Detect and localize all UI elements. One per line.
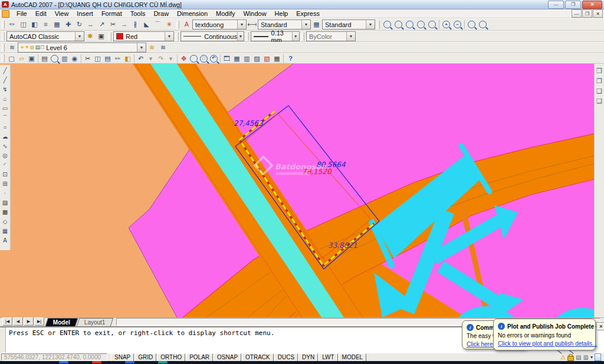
toolbar-grip[interactable] xyxy=(2,32,5,41)
markup-set-manager-icon[interactable]: ▧ xyxy=(262,54,272,64)
move-tool-icon[interactable]: ✚ xyxy=(63,19,74,29)
stretch-tool-icon[interactable]: ↗ xyxy=(96,19,107,29)
gradient-tool-icon[interactable]: ▩ xyxy=(1,208,10,217)
layer-on-bulb-icon[interactable]: ● xyxy=(21,45,24,50)
chamfer-tool-icon[interactable]: ◣ xyxy=(141,19,152,29)
paste-icon[interactable]: ▤ xyxy=(103,54,113,64)
zoom-dynamic-icon[interactable] xyxy=(393,19,404,29)
tab-last-icon[interactable]: ▶| xyxy=(34,317,44,326)
tray-settings-arrow-icon[interactable]: ▾ xyxy=(590,355,593,360)
menu-dimension[interactable]: Dimension xyxy=(173,9,212,18)
color-combobox[interactable]: Red ▼ xyxy=(113,31,174,41)
erase-tool-icon[interactable]: ✏ xyxy=(6,19,18,29)
break-tool-icon[interactable]: ∦ xyxy=(130,19,141,29)
redo-dropdown-icon[interactable]: ▾ xyxy=(166,54,176,64)
command-history[interactable]: Press ESC or ENTER to exit, or right-cli… xyxy=(6,327,277,353)
sheet-set-manager-icon[interactable]: ▨ xyxy=(252,54,262,64)
toggle-osnap[interactable]: OSNAP xyxy=(214,353,241,362)
tool-palettes-icon[interactable]: ▥ xyxy=(242,54,252,64)
array-tool-icon[interactable]: ▦ xyxy=(51,19,63,29)
coordinates-readout[interactable]: 575546.0327, 1221302.4740, 0.0000 xyxy=(1,353,107,361)
menu-view[interactable]: View xyxy=(51,9,73,18)
toolbar-grip[interactable] xyxy=(246,32,249,41)
tab-next-icon[interactable]: ▶ xyxy=(24,317,34,326)
send-under-objects-icon[interactable]: ❏ xyxy=(595,96,604,106)
send-to-back-icon[interactable]: ❐ xyxy=(595,76,604,86)
tab-layout1[interactable]: Layout1 xyxy=(77,318,113,326)
layer-properties-icon[interactable]: ≋ xyxy=(6,42,18,53)
hyperlink-icon[interactable]: ◉ xyxy=(70,54,80,64)
menu-format[interactable]: Format xyxy=(97,9,126,18)
toggle-ducs[interactable]: DUCS xyxy=(274,353,298,362)
plot-style-combobox[interactable]: ByColor ▼ xyxy=(306,31,356,41)
bring-above-objects-icon[interactable]: ❑ xyxy=(595,86,604,96)
toolbar-grip[interactable] xyxy=(176,32,179,41)
menu-insert[interactable]: Insert xyxy=(73,9,97,18)
undo-dropdown-icon[interactable]: ▾ xyxy=(146,54,156,64)
table-tool-icon[interactable]: ▦ xyxy=(1,227,10,236)
toggle-lwt[interactable]: LWT xyxy=(319,353,337,362)
drawing-canvas[interactable]: 27,4563 80,5664 78,1520 33,8821 Batdongs… xyxy=(0,64,604,317)
menu-window[interactable]: Window xyxy=(239,9,270,18)
toolbar-lock-icon[interactable] xyxy=(567,356,574,361)
toggle-model[interactable]: MODEL xyxy=(339,353,367,362)
open-file-icon[interactable]: ▱ xyxy=(17,54,27,64)
balloon-close-icon[interactable]: ✕ xyxy=(596,322,604,330)
chevron-down-icon[interactable]: ▼ xyxy=(301,20,310,29)
plot-icon[interactable]: ▤ xyxy=(40,54,50,64)
zoom-extents-icon[interactable] xyxy=(477,19,488,29)
validate-dwg-icon[interactable]: ▤ xyxy=(576,354,581,360)
my-workspace-icon[interactable]: ▣ xyxy=(96,31,107,41)
toolbar-grip[interactable] xyxy=(2,54,5,63)
taskbar-item[interactable] xyxy=(158,361,168,363)
tab-first-icon[interactable]: |◀ xyxy=(2,317,12,326)
chevron-down-icon[interactable]: ▼ xyxy=(237,32,244,41)
menu-help[interactable]: Help xyxy=(271,9,293,18)
zoom-previous-icon[interactable]: ↶ xyxy=(209,54,219,64)
zoom-center-icon[interactable] xyxy=(415,19,426,29)
line-tool-icon[interactable]: ╱ xyxy=(1,66,10,76)
mdi-minimize-button[interactable]: — xyxy=(572,9,582,18)
new-file-icon[interactable]: ▢ xyxy=(6,54,17,64)
ellipse-tool-icon[interactable]: ◎ xyxy=(1,151,10,160)
menu-edit[interactable]: Edit xyxy=(31,9,51,18)
menu-draw[interactable]: Draw xyxy=(149,9,173,18)
restore-button[interactable]: ❐ xyxy=(565,1,581,9)
chevron-down-icon[interactable]: ▼ xyxy=(237,20,246,29)
text-style-combobox[interactable]: textduong ▼ xyxy=(192,19,247,29)
zoom-in-icon[interactable]: + xyxy=(441,19,452,29)
construction-line-tool-icon[interactable]: ╱ xyxy=(1,76,10,85)
trim-tool-icon[interactable]: ✂ xyxy=(107,19,119,29)
polygon-tool-icon[interactable]: ⌂ xyxy=(1,94,10,104)
extend-tool-icon[interactable]: → xyxy=(119,19,130,29)
toolbar-grip[interactable] xyxy=(2,21,5,29)
polyline-tool-icon[interactable]: ↯ xyxy=(1,85,10,94)
plot-preview-icon[interactable] xyxy=(50,54,60,64)
make-layer-current-icon[interactable]: ≋ xyxy=(146,42,157,53)
chevron-down-icon[interactable]: ▼ xyxy=(366,20,375,29)
chevron-down-icon[interactable]: ▼ xyxy=(292,32,299,41)
properties-palette-icon[interactable]: 🗔 xyxy=(222,54,232,64)
rotate-tool-icon[interactable]: ↻ xyxy=(74,19,85,29)
linetype-combobox[interactable]: Continuous ▼ xyxy=(180,31,244,41)
layer-color-box[interactable]: □ xyxy=(41,45,44,50)
make-block-tool-icon[interactable]: ⊞ xyxy=(1,179,10,189)
chevron-down-icon[interactable]: ▼ xyxy=(165,32,173,41)
toggle-ortho[interactable]: ORTHO xyxy=(157,353,185,362)
chevron-down-icon[interactable]: ▼ xyxy=(75,32,84,41)
designcenter-icon[interactable]: ▦ xyxy=(232,54,242,64)
copy-clip-icon[interactable]: ◫ xyxy=(93,54,103,64)
circle-tool-icon[interactable]: ○ xyxy=(1,123,10,132)
tab-model[interactable]: Model xyxy=(45,318,78,326)
block-editor-icon[interactable]: ◧ xyxy=(123,54,133,64)
toolbar-grip[interactable] xyxy=(377,21,380,29)
toolbar-grip[interactable] xyxy=(2,44,5,52)
mdi-restore-button[interactable]: ❐ xyxy=(582,9,592,18)
offset-tool-icon[interactable]: ≡ xyxy=(40,19,51,29)
quickcalc-icon[interactable]: ▦ xyxy=(272,54,282,64)
arc-tool-icon[interactable]: ⌒ xyxy=(1,113,10,123)
revision-cloud-tool-icon[interactable]: ☁ xyxy=(1,132,10,142)
chevron-down-icon[interactable]: ▼ xyxy=(137,43,146,52)
zoom-window-icon[interactable] xyxy=(382,19,393,29)
pan-realtime-icon[interactable]: ✥ xyxy=(179,54,189,64)
